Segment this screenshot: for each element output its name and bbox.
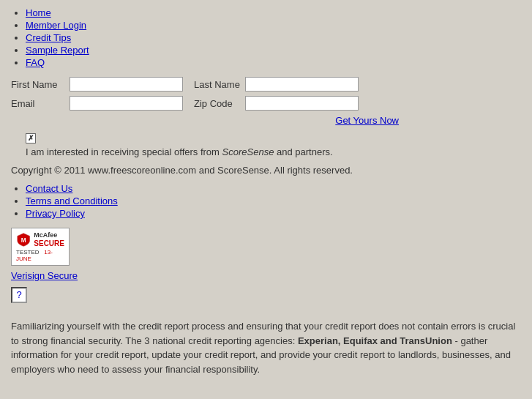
nav-item-member-login[interactable]: Member Login [26,20,521,31]
footer-link-terms[interactable]: Terms and Conditions [26,195,118,206]
email-label: Email [11,98,70,109]
mcafee-tested-row: TESTED 13-JUNE [16,249,64,262]
footer-item-terms[interactable]: Terms and Conditions [26,195,521,206]
mcafee-badge: M McAfee SECURE TESTED 13-JUNE [11,228,70,266]
mcafee-text-block: McAfee SECURE [34,231,64,247]
nav-link-faq[interactable]: FAQ [26,57,45,68]
footer-item-contact[interactable]: Contact Us [26,183,521,194]
email-input[interactable] [70,96,183,111]
first-name-input[interactable] [70,77,183,92]
registration-form: First Name Last Name Email Zip Code Get … [11,77,521,126]
zip-code-input[interactable] [245,96,359,111]
last-name-input[interactable] [245,77,359,92]
nav-item-faq[interactable]: FAQ [26,57,521,68]
opt-in-section: ✗ I am interested in receiving special o… [11,133,521,157]
copyright-section: Copyright © 2011 www.freescoreonline.com… [11,165,521,176]
checkbox-x-icon[interactable]: ✗ [26,133,36,143]
footer-link-contact[interactable]: Contact Us [26,183,72,194]
nav-item-credit-tips[interactable]: Credit Tips [26,32,521,43]
opt-in-text-after: and partners. [274,146,332,157]
opt-in-text: I am interested in receiving special off… [26,146,333,157]
nav-link-credit-tips[interactable]: Credit Tips [26,32,71,43]
body-text-section: Familiarizing yourself with the credit r… [11,319,521,376]
footer-item-privacy[interactable]: Privacy Policy [26,208,521,219]
nav-item-home[interactable]: Home [26,7,521,18]
zip-code-label: Zip Code [194,98,245,109]
footer-link-privacy[interactable]: Privacy Policy [26,208,85,219]
email-row: Email Zip Code [11,96,521,111]
name-row: First Name Last Name [11,77,521,92]
mcafee-header: M McAfee SECURE [16,231,64,247]
first-name-label: First Name [11,79,70,90]
copyright-text: Copyright © 2011 www.freescoreonline.com… [11,165,521,176]
opt-in-text-before: I am interested in receiving special off… [26,146,222,157]
body-paragraph: Familiarizing yourself with the credit r… [11,319,521,376]
mcafee-tested-label: TESTED [16,249,40,256]
get-yours-now-link[interactable]: Get Yours Now [11,115,399,126]
scoresense-brand: ScoreSense [222,146,274,157]
nav-item-sample-report[interactable]: Sample Report [26,45,521,56]
agencies-bold: Experian, Equifax and TransUnion [298,335,452,346]
nav-link-home[interactable]: Home [26,7,51,18]
last-name-label: Last Name [194,79,245,90]
nav-link-member-login[interactable]: Member Login [26,20,86,31]
footer-links-list: Contact Us Terms and Conditions Privacy … [11,183,521,219]
mcafee-label: McAfee [34,231,64,239]
mcafee-secure-label: SECURE [34,239,64,247]
nav-link-sample-report[interactable]: Sample Report [26,45,89,56]
verisign-link[interactable]: Verisign Secure [11,270,521,281]
opt-in-text-item: I am interested in receiving special off… [26,146,521,157]
checkbox-item: ✗ [26,133,521,143]
nav-list: Home Member Login Credit Tips Sample Rep… [11,7,521,68]
checkbox-list: ✗ I am interested in receiving special o… [11,133,521,157]
mcafee-shield-icon: M [16,231,31,247]
svg-text:M: M [21,236,26,244]
security-section: M McAfee SECURE TESTED 13-JUNE Verisign … [11,228,521,312]
question-icon[interactable]: ? [11,287,27,303]
